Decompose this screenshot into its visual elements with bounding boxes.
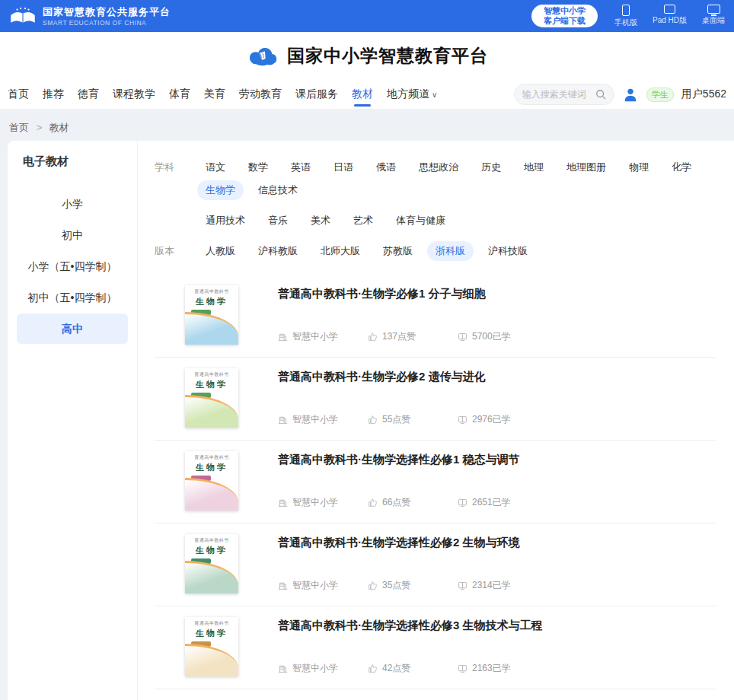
nav-item-劳动教育[interactable]: 劳动教育∨	[239, 81, 282, 108]
device-link[interactable]: 桌面端	[702, 5, 725, 28]
book-cover: 普通高中教科书 生物学	[185, 534, 238, 593]
subject-filter-row2: 通用技术音乐美术艺术体育与健康	[155, 211, 716, 231]
breadcrumb-home[interactable]: 首页	[9, 122, 29, 133]
content-card: 电子教材 小学初中小学（五•四学制）初中（五•四学制）高中 学科 语文数学英语日…	[8, 141, 734, 700]
school-icon	[278, 415, 288, 425]
filter-option[interactable]: 沪科教版	[250, 241, 306, 261]
main-nav: 首页∨推荐∨德育∨课程教学∨体育∨美育∨劳动教育∨课后服务∨教材∨地方频道∨ 学…	[0, 80, 734, 109]
book-learned-count: 2976已学	[472, 413, 511, 426]
book-cover: 普通高中教科书 生物学	[185, 285, 238, 345]
breadcrumb-current[interactable]: 教材	[49, 122, 69, 133]
device-link[interactable]: 手机版	[614, 5, 637, 28]
book-title[interactable]: 普通高中教科书·生物学选择性必修2 生物与环境	[278, 536, 716, 550]
user-avatar-icon[interactable]	[622, 86, 639, 103]
top-bar: 国家智慧教育公共服务平台 SMART EDUCATION OF CHINA 智慧…	[0, 0, 734, 32]
book-learned-count: 5700已学	[472, 330, 511, 343]
device-links: 手机版 Pad HD版 桌面端	[614, 5, 725, 28]
site-header: 国家中小学智慧教育平台	[0, 32, 734, 80]
school-icon	[278, 332, 288, 342]
thumbs-up-icon	[368, 498, 378, 508]
stage-sidebar: 电子教材 小学初中小学（五•四学制）初中（五•四学制）高中	[8, 141, 138, 700]
thumbs-up-icon	[368, 332, 378, 342]
filter-option[interactable]: 地理	[515, 158, 552, 177]
learned-book-icon	[458, 498, 468, 508]
filter-option[interactable]: 人教版	[197, 241, 244, 261]
platform-brand[interactable]: 国家智慧教育公共服务平台 SMART EDUCATION OF CHINA	[9, 5, 171, 27]
pad-icon	[664, 5, 675, 14]
book-item[interactable]: 普通高中教科书 生物学 普通高中教科书·生物学选择性必修3 生物技术与工程 智慧…	[155, 606, 716, 689]
nav-item-德育[interactable]: 德育∨	[78, 81, 99, 108]
device-link[interactable]: Pad HD版	[653, 5, 687, 28]
book-source: 智慧中小学	[292, 662, 338, 675]
filter-option[interactable]: 通用技术	[197, 211, 254, 231]
filter-option[interactable]: 历史	[473, 158, 509, 177]
filter-option[interactable]: 苏教版	[375, 241, 421, 261]
book-item[interactable]: 普通高中教科书 生物学 普通高中教科书·生物学必修2 遗传与进化 智慧中小学 5	[155, 358, 716, 441]
open-book-logo-icon	[9, 6, 37, 27]
filter-option[interactable]: 生物学	[197, 180, 244, 200]
filter-option[interactable]: 艺术	[345, 211, 381, 231]
site-title: 国家中小学智慧教育平台	[287, 44, 488, 68]
book-source: 智慧中小学	[292, 496, 338, 509]
book-item[interactable]: 普通高中教科书 生物学 普通高中教科书·生物学选择性必修1 稳态与调节 智慧中小…	[155, 441, 716, 523]
book-source: 智慧中小学	[292, 579, 338, 592]
sidebar-item[interactable]: 小学（五•四学制）	[17, 251, 128, 282]
book-title[interactable]: 普通高中教科书·生物学选择性必修3 生物技术与工程	[278, 619, 716, 633]
filter-option[interactable]: 信息技术	[250, 180, 306, 200]
book-source: 智慧中小学	[292, 413, 338, 426]
filter-option[interactable]: 音乐	[260, 211, 296, 231]
subject-filter-row1: 学科 语文数学英语日语俄语思想政治历史地理地理图册物理化学生物学信息技术	[155, 158, 716, 200]
book-item[interactable]: 普通高中教科书 生物学 普通高中教科书·生物学必修1 分子与细胞 智慧中小学 1	[155, 275, 716, 358]
book-list: 普通高中教科书 生物学 普通高中教科书·生物学必修1 分子与细胞 智慧中小学 1	[155, 275, 716, 689]
subject-filter-label: 学科	[155, 158, 197, 174]
book-cover: 普通高中教科书 生物学	[185, 368, 238, 428]
search-box[interactable]	[514, 84, 614, 105]
nav-item-课程教学[interactable]: 课程教学∨	[113, 81, 155, 108]
book-title[interactable]: 普通高中教科书·生物学必修1 分子与细胞	[278, 287, 716, 301]
learned-book-icon	[458, 415, 468, 425]
book-item[interactable]: 普通高中教科书 生物学 普通高中教科书·生物学选择性必修2 生物与环境 智慧中小…	[155, 523, 716, 606]
search-input[interactable]	[522, 89, 595, 100]
breadcrumb-separator: >	[37, 122, 43, 133]
search-icon[interactable]	[595, 89, 606, 100]
book-likes: 42点赞	[382, 662, 410, 675]
filter-option[interactable]: 数学	[240, 158, 276, 177]
book-learned-count: 2651已学	[472, 496, 511, 509]
nav-item-课后服务[interactable]: 课后服务∨	[295, 81, 338, 108]
filter-option[interactable]: 英语	[282, 158, 319, 177]
filter-option[interactable]: 俄语	[368, 158, 404, 177]
thumbs-up-icon	[368, 663, 378, 673]
nav-item-地方频道[interactable]: 地方频道∨	[387, 81, 437, 108]
filter-option[interactable]: 物理	[621, 158, 657, 177]
sidebar-item[interactable]: 小学	[17, 189, 128, 219]
book-likes: 55点赞	[382, 413, 410, 426]
filter-option[interactable]: 思想政治	[410, 158, 467, 177]
filter-option[interactable]: 沪科技版	[480, 241, 536, 261]
nav-item-首页[interactable]: 首页∨	[8, 81, 29, 108]
filter-option[interactable]: 地理图册	[558, 158, 614, 177]
filter-option[interactable]: 北师大版	[312, 241, 369, 261]
filter-option[interactable]: 美术	[302, 211, 339, 231]
nav-item-推荐[interactable]: 推荐∨	[43, 81, 64, 108]
thumbs-up-icon	[368, 581, 378, 590]
cloud-logo-icon	[246, 44, 279, 68]
book-learned-count: 2314已学	[472, 579, 511, 592]
sidebar-item[interactable]: 高中	[17, 313, 128, 344]
filter-option[interactable]: 化学	[663, 158, 700, 177]
filter-option[interactable]: 浙科版	[427, 241, 474, 261]
sidebar-item[interactable]: 初中（五•四学制）	[17, 282, 128, 313]
filter-option[interactable]: 体育与健康	[388, 211, 454, 231]
sidebar-item[interactable]: 初中	[17, 220, 128, 250]
phone-icon	[622, 5, 630, 16]
book-title[interactable]: 普通高中教科书·生物学选择性必修1 稳态与调节	[278, 453, 716, 467]
filter-option[interactable]: 日语	[325, 158, 362, 177]
breadcrumb: 首页 > 教材	[0, 109, 734, 135]
filter-option[interactable]: 语文	[197, 158, 234, 177]
book-title[interactable]: 普通高中教科书·生物学必修2 遗传与进化	[278, 370, 716, 384]
nav-item-体育[interactable]: 体育∨	[169, 81, 190, 108]
username[interactable]: 用户5562	[681, 88, 726, 101]
client-download-button[interactable]: 智慧中小学 客户端下载	[531, 5, 598, 27]
nav-item-教材[interactable]: 教材∨	[352, 81, 373, 108]
nav-item-美育[interactable]: 美育∨	[204, 81, 225, 108]
learned-book-icon	[458, 332, 468, 342]
